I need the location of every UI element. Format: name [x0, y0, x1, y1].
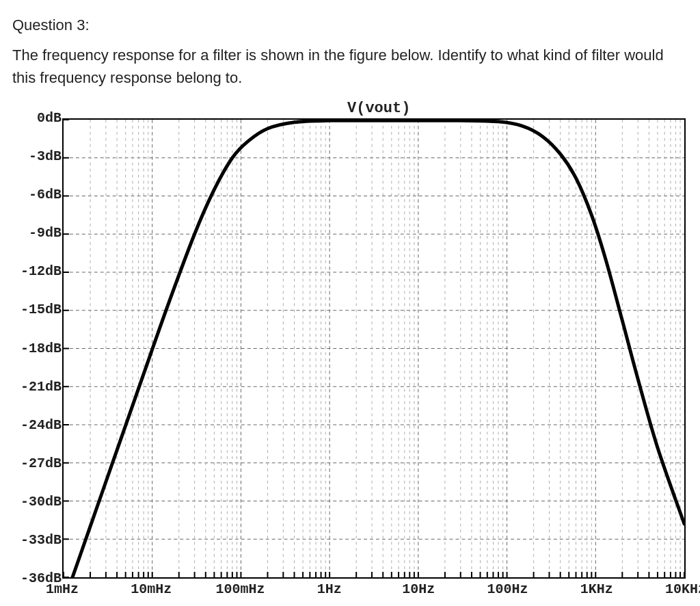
- y-tick-label: -24dB: [21, 419, 62, 432]
- y-tick-label: -6dB: [29, 188, 62, 202]
- plot-svg: [64, 120, 684, 577]
- y-tick-label: -15dB: [21, 303, 62, 317]
- x-tick-label: 100mHz: [216, 581, 265, 597]
- y-tick-label: -9dB: [29, 226, 62, 240]
- y-tick-label: -12dB: [21, 265, 62, 278]
- x-tick-label: 10Hz: [402, 581, 435, 597]
- y-axis-ticks: 0dB-3dB-6dB-9dB-12dB-15dB-18dB-21dB-24dB…: [12, 118, 62, 579]
- x-tick-label: 100Hz: [487, 581, 528, 597]
- x-tick-label: 10mHz: [131, 581, 172, 597]
- y-tick-label: 0dB: [37, 111, 62, 125]
- x-axis-ticks: 1mHz10mHz100mHz1Hz10Hz100Hz1KHz10KHz: [62, 580, 686, 601]
- frequency-response-chart: V(vout) 0dB-3dB-6dB-9dB-12dB-15dB-18dB-2…: [12, 101, 688, 604]
- y-tick-label: -30dB: [21, 495, 62, 509]
- question-prompt: The frequency response for a filter is s…: [12, 44, 688, 89]
- response-curve: [64, 120, 684, 577]
- y-tick-label: -21dB: [21, 380, 62, 394]
- x-tick-label: 1Hz: [317, 581, 342, 597]
- chart-title: V(vout): [347, 100, 410, 117]
- y-tick-label: -33dB: [21, 533, 62, 547]
- y-tick-label: -18dB: [21, 342, 62, 356]
- plot-area: [62, 118, 686, 579]
- x-tick-label: 1KHz: [580, 581, 613, 597]
- x-tick-label: 1mHz: [46, 581, 79, 597]
- y-tick-label: -3dB: [29, 150, 62, 163]
- y-tick-label: -27dB: [21, 457, 62, 471]
- question-heading: Question 3:: [12, 16, 688, 34]
- x-tick-label: 10KHz: [665, 581, 700, 597]
